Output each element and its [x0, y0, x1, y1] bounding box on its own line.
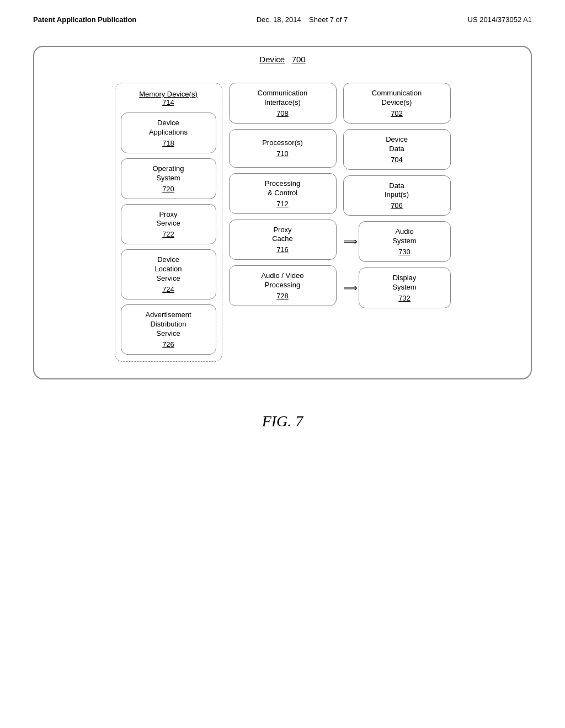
advertisement-distribution-name: AdvertisementDistributionService [145, 311, 191, 339]
device-location-service-id: 724 [162, 285, 174, 293]
display-system-id: 732 [398, 294, 411, 302]
memory-device-title: Memory Device(s) 714 [121, 90, 216, 106]
av-processing-id: 728 [276, 292, 289, 300]
av-processing-name: Audio / VideoProcessing [261, 271, 303, 290]
header-left: Patent Application Publication [33, 15, 136, 24]
header-patent-num: US 2014/373052 A1 [468, 15, 532, 24]
device-data-id: 704 [391, 156, 403, 164]
diagram-area: Device 700 Memory Device(s) 714 DeviceAp… [33, 46, 532, 379]
processing-control-id: 712 [276, 200, 289, 208]
device-location-service-box: DeviceLocationService 724 [121, 249, 216, 299]
comm-devices-box: CommunicationDevice(s) 702 [343, 83, 451, 124]
proxy-cache-name: ProxyCache [272, 226, 293, 244]
operating-system-id: 720 [162, 185, 174, 193]
comm-devices-id: 702 [391, 109, 403, 117]
col2: CommunicationInterface(s) 708 Processor(… [229, 83, 337, 362]
device-applications-name: DeviceApplications [149, 119, 188, 137]
proxy-service-name: ProxyService [156, 210, 180, 229]
proxy-service-id: 722 [162, 230, 174, 238]
device-label-text: Device [259, 55, 285, 64]
figure-label: FIG. 7 [262, 413, 303, 430]
col1: Memory Device(s) 714 DeviceApplications … [115, 83, 222, 362]
device-applications-box: DeviceApplications 718 [121, 113, 216, 153]
operating-system-box: OperatingSystem 720 [121, 158, 216, 199]
comm-devices-name: CommunicationDevice(s) [372, 89, 422, 108]
display-system-box: DisplaySystem 732 [359, 267, 451, 308]
advertisement-distribution-box: AdvertisementDistributionService 726 [121, 304, 216, 355]
processing-control-box: Processing& Control 712 [229, 173, 337, 214]
data-inputs-name: DataInput(s) [385, 181, 409, 200]
device-data-name: DeviceData [386, 135, 408, 154]
av-processing-box: Audio / VideoProcessing 728 [229, 265, 337, 306]
proxy-service-box: ProxyService 722 [121, 204, 216, 245]
processors-box: Processor(s) 710 [229, 129, 337, 168]
memory-device-outer: Memory Device(s) 714 DeviceApplications … [115, 83, 222, 362]
data-inputs-id: 706 [391, 201, 403, 210]
comm-interfaces-box: CommunicationInterface(s) 708 [229, 83, 337, 124]
proxy-cache-id: 716 [276, 245, 289, 254]
header-center: Dec. 18, 2014 Sheet 7 of 7 [257, 15, 348, 24]
display-system-name: DisplaySystem [392, 274, 416, 292]
audio-system-name: AudioSystem [392, 227, 416, 246]
data-inputs-box: DataInput(s) 706 [343, 175, 451, 216]
proxy-cache-box: ProxyCache 716 [229, 220, 337, 260]
audio-system-box: AudioSystem 730 [359, 221, 451, 262]
figure-caption: FIG. 7 [0, 413, 565, 430]
arrow-to-display: ⟹ [343, 283, 358, 293]
arrow-right-audio-icon: ⟹ [343, 237, 358, 247]
page-header: Patent Application Publication Dec. 18, … [0, 0, 565, 24]
display-system-row: ⟹ DisplaySystem 732 [343, 267, 451, 308]
processing-control-name: Processing& Control [265, 179, 300, 198]
memory-device-id: 714 [121, 98, 216, 106]
device-applications-id: 718 [162, 139, 174, 147]
device-data-box: DeviceData 704 [343, 129, 451, 170]
comm-interfaces-name: CommunicationInterface(s) [258, 89, 307, 108]
processors-id: 710 [276, 149, 289, 158]
header-sheet: Sheet 7 of 7 [309, 15, 348, 24]
col3: CommunicationDevice(s) 702 DeviceData 70… [343, 83, 451, 362]
header-right: US 2014/373052 A1 [468, 15, 532, 24]
audio-system-id: 730 [398, 248, 411, 256]
memory-device-label: Memory Device(s) [121, 90, 216, 98]
audio-system-row: ⟹ AudioSystem 730 [343, 221, 451, 262]
device-id: 700 [292, 55, 306, 64]
comm-interfaces-id: 708 [276, 109, 289, 117]
device-label: Device 700 [259, 55, 305, 64]
header-left-text: Patent Application Publication [33, 15, 136, 24]
arrow-to-audio: ⟹ [343, 237, 358, 247]
device-location-service-name: DeviceLocationService [154, 255, 182, 283]
advertisement-distribution-id: 726 [162, 340, 174, 349]
diagram-grid: Memory Device(s) 714 DeviceApplications … [47, 83, 518, 362]
processors-name: Processor(s) [262, 138, 303, 148]
header-date: Dec. 18, 2014 [257, 15, 301, 24]
operating-system-name: OperatingSystem [152, 164, 184, 183]
arrow-right-display-icon: ⟹ [343, 283, 358, 293]
